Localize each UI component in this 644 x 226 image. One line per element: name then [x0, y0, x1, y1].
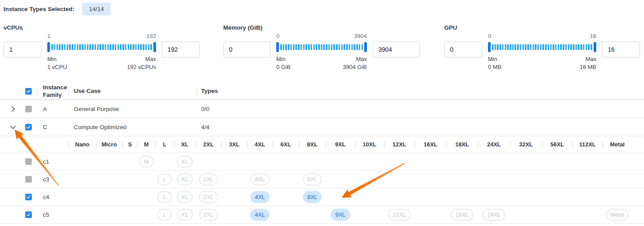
family-row-c: C Compute Optimized 4/4: [0, 118, 644, 136]
use-case-column-header: Use Case: [69, 88, 197, 95]
slider-tick: [573, 44, 575, 50]
size-cell: [415, 153, 446, 170]
slider-tick: [125, 44, 127, 50]
size-pill[interactable]: XL: [177, 191, 193, 203]
size-pill[interactable]: 2XL: [199, 173, 218, 185]
size-pill[interactable]: Metal: [606, 209, 629, 221]
size-cell: 2XL: [195, 171, 221, 188]
size-pill[interactable]: L: [157, 191, 172, 203]
slider-tick: [57, 44, 58, 50]
size-cell: [572, 153, 602, 170]
slider-tick: [130, 44, 132, 50]
size-pill[interactable]: L: [157, 173, 172, 185]
size-cell: [96, 188, 122, 206]
slider-tick: [120, 44, 122, 50]
size-pill[interactable]: 2XL: [199, 209, 218, 221]
size-pill[interactable]: 2XL: [199, 191, 218, 203]
slider-min-caption: Min0 MB: [488, 55, 501, 71]
slider-tick: [115, 44, 117, 50]
slider-tick: [346, 44, 348, 50]
select-all-checkbox[interactable]: [25, 88, 32, 95]
check-icon: [26, 195, 31, 199]
slider-tick: [568, 44, 570, 50]
slider-tick: [51, 44, 53, 50]
chevron-down-icon[interactable]: [10, 124, 16, 130]
family-checkbox[interactable]: [25, 106, 32, 112]
slider-tick: [530, 44, 532, 50]
size-pill[interactable]: XL: [177, 173, 193, 185]
size-cell: [221, 171, 247, 188]
instance-type-selector: Instance Types Selected: 14/14 vCPUs 1 1…: [0, 0, 644, 226]
slider-tick: [351, 44, 353, 50]
slider-tick: [328, 44, 330, 50]
size-column-header: 8XL: [299, 136, 326, 153]
size-pill[interactable]: 8XL: [303, 173, 322, 185]
size-cell: [273, 206, 299, 223]
slider-max-handle[interactable]: [364, 42, 367, 52]
size-pill[interactable]: 4XL: [250, 191, 269, 203]
instance-row-checkbox[interactable]: [25, 194, 32, 200]
size-pill[interactable]: 9XL: [331, 209, 350, 221]
size-cell: [137, 206, 155, 223]
instance-row-checkbox[interactable]: [25, 211, 32, 218]
slider-track: [276, 42, 367, 52]
instance-row-checkbox[interactable]: [25, 176, 32, 183]
size-cell: [510, 153, 542, 170]
slider-max-handle[interactable]: [153, 42, 156, 52]
size-pill[interactable]: 24XL: [483, 209, 505, 221]
memory-gib-max-input[interactable]: [373, 42, 420, 57]
slider-tick: [140, 44, 142, 50]
size-pill[interactable]: 12XL: [388, 209, 410, 221]
size-pill[interactable]: XL: [177, 209, 193, 221]
slider-tick: [323, 44, 325, 50]
size-cell: [69, 188, 96, 206]
size-pill[interactable]: L: [157, 209, 172, 221]
memory-gib-min-input[interactable]: [223, 42, 271, 57]
vcpus-max-input[interactable]: [162, 42, 200, 57]
size-pill[interactable]: 4XL: [250, 173, 269, 185]
slider-tick: [112, 44, 114, 50]
size-pill[interactable]: M: [139, 156, 154, 168]
chevron-right-icon[interactable]: [10, 106, 16, 112]
size-cell: [446, 153, 478, 170]
slider-tick: [110, 44, 111, 50]
slider-tick: [525, 44, 526, 50]
slider-tick: [583, 44, 585, 50]
size-cell: [122, 153, 137, 170]
slider-tick: [79, 44, 81, 50]
size-pill[interactable]: 8XL: [303, 191, 322, 203]
slider-tick: [105, 44, 107, 50]
family-checkbox[interactable]: [25, 124, 32, 130]
slider-tick: [497, 44, 499, 50]
gpu-min-input[interactable]: [444, 42, 482, 57]
size-column-header: M: [137, 136, 155, 153]
range-slider: 1 192 Min1 vCPU Max192 vCPUs: [47, 33, 156, 71]
size-cell: [299, 206, 326, 223]
slider-tick: [67, 44, 69, 50]
slider-row: 0 3904 Min0 GiB Max3904 GiB: [223, 33, 420, 71]
slider-tick: [533, 44, 534, 50]
instance-row-checkbox[interactable]: [25, 158, 32, 165]
check-icon: [26, 212, 31, 217]
slider-tick: [311, 44, 312, 50]
size-pill[interactable]: 18XL: [451, 209, 473, 221]
slider-tick: [122, 44, 124, 50]
size-cell: [572, 171, 602, 188]
size-cell: [137, 171, 155, 188]
slider-max-handle[interactable]: [594, 42, 596, 52]
slider-tick: [548, 44, 549, 50]
check-icon: [26, 89, 31, 94]
size-cell: 12XL: [384, 206, 415, 223]
slider-min-caption: Min0 GiB: [276, 55, 291, 71]
size-column-header: 32XL: [510, 136, 542, 153]
slider-tick: [331, 44, 333, 50]
instance-row-c4: c4LXL2XL4XL8XL: [0, 188, 644, 206]
slider-range-end-label: 192: [146, 33, 156, 41]
size-pill[interactable]: XL: [177, 156, 193, 168]
size-pill[interactable]: 4XL: [250, 209, 269, 221]
size-cell: [299, 153, 326, 170]
vcpus-min-input[interactable]: [4, 42, 42, 57]
slider-tick: [118, 44, 119, 50]
slider-tick: [87, 44, 89, 50]
gpu-max-input[interactable]: [602, 42, 640, 57]
